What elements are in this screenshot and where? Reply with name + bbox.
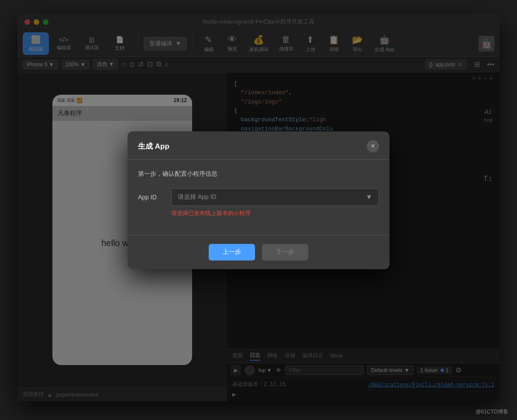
app-id-label: App ID — [138, 194, 164, 201]
dialog-footer: 上一步 下一步 — [128, 235, 389, 269]
generate-app-dialog: 生成 App × 第一步，确认配置小程序信息 App ID 请选择 App ID… — [128, 131, 389, 269]
app-id-select[interactable]: 请选择 App ID ▼ — [171, 188, 379, 206]
dialog-body: 第一步，确认配置小程序信息 App ID 请选择 App ID ▼ 请选择已发布… — [128, 160, 389, 235]
close-x-icon: × — [371, 142, 375, 150]
dialog-close-button[interactable]: × — [367, 140, 379, 152]
chevron-down-app-id: ▼ — [365, 193, 372, 201]
next-step-button: 下一步 — [262, 244, 308, 260]
watermark: @61CTO博客 — [476, 408, 508, 416]
dialog-subtitle: 第一步，确认配置小程序信息 — [138, 170, 379, 178]
dialog-title: 生成 App — [138, 141, 169, 151]
app-id-placeholder: 请选择 App ID — [178, 193, 217, 201]
prev-step-button[interactable]: 上一步 — [209, 244, 255, 260]
app-window: finclip-miniprogram5-FinClip/小程序开发工具 ⬜ 模… — [17, 13, 500, 401]
app-id-row: App ID 请选择 App ID ▼ — [138, 188, 379, 206]
dialog-header: 生成 App × — [128, 131, 389, 160]
error-message: 请选择已发布线上版本的小程序 — [171, 209, 379, 217]
